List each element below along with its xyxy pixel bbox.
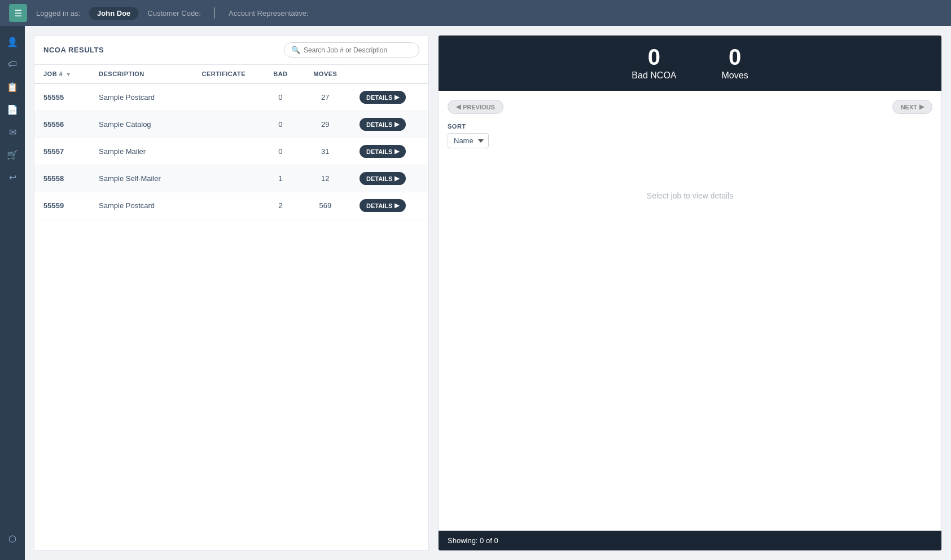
logged-in-label: Logged in as: (36, 9, 80, 17)
cell-description: Sample Mailer (90, 138, 186, 165)
select-job-text: Select job to view details (448, 191, 932, 200)
details-label: DETAILS (366, 121, 392, 128)
cell-action: DETAILS ▶ (350, 192, 428, 219)
cell-description: Sample Catalog (90, 111, 186, 138)
col-bad: BAD (261, 65, 300, 83)
sidebar-item-mail[interactable]: ✉ (2, 122, 23, 142)
details-button[interactable]: DETAILS ▶ (360, 172, 406, 185)
cell-bad: 0 (261, 111, 300, 138)
cell-job-num: 55555 (34, 83, 90, 111)
details-button[interactable]: DETAILS ▶ (360, 91, 406, 104)
details-label: DETAILS (366, 202, 392, 209)
cell-moves: 569 (300, 192, 350, 219)
col-job-num: JOB # ▼ (34, 65, 90, 83)
details-arrow-icon: ▶ (395, 148, 399, 155)
sidebar-item-bottom[interactable]: ⬡ (2, 528, 23, 549)
details-button[interactable]: DETAILS ▶ (360, 145, 406, 158)
details-button[interactable]: DETAILS ▶ (360, 118, 406, 131)
right-panel-body: ◀ PREVIOUS NEXT ▶ SORT Name Job # Date (439, 91, 941, 531)
cell-bad: 1 (261, 165, 300, 192)
cell-job-num: 55559 (34, 192, 90, 219)
stats-header: 0 Bad NCOA 0 Moves (439, 36, 941, 91)
next-button[interactable]: NEXT ▶ (892, 100, 932, 114)
sidebar-item-cart[interactable]: 🛒 (2, 144, 23, 165)
table-row: 55557 Sample Mailer 0 31 DETAILS ▶ (34, 138, 428, 165)
cell-moves: 29 (300, 111, 350, 138)
cell-description: Sample Postcard (90, 192, 186, 219)
details-label: DETAILS (366, 175, 392, 182)
panel-title: NCOA RESULTS (43, 46, 104, 54)
col-action (350, 65, 428, 83)
sidebar-item-document[interactable]: 📄 (2, 99, 23, 120)
prev-arrow-icon: ◀ (456, 103, 461, 111)
main-content: NCOA RESULTS 🔍 JOB # ▼ DESCRIPTION CERTI… (25, 26, 951, 560)
prev-label: PREVIOUS (463, 104, 495, 111)
customer-code-label: Customer Code: (147, 9, 201, 17)
details-button[interactable]: DETAILS ▶ (360, 199, 406, 212)
sidebar-bottom: ⬡ (2, 528, 23, 554)
table-row: 55558 Sample Self-Mailer 1 12 DETAILS ▶ (34, 165, 428, 192)
cell-action: DETAILS ▶ (350, 83, 428, 111)
bad-ncoa-value: 0 (632, 46, 676, 68)
cell-moves: 27 (300, 83, 350, 111)
cell-bad: 0 (261, 138, 300, 165)
search-icon: 🔍 (291, 46, 300, 54)
user-badge: John Doe (89, 7, 138, 20)
sort-label: SORT (448, 123, 932, 130)
sidebar: 👤 🏷 📋 📄 ✉ 🛒 ↩ ⬡ (0, 26, 25, 560)
nav-row: ◀ PREVIOUS NEXT ▶ (448, 100, 932, 114)
cell-action: DETAILS ▶ (350, 111, 428, 138)
cell-bad: 0 (261, 83, 300, 111)
next-label: NEXT (901, 104, 917, 111)
right-panel-footer: Showing: 0 of 0 (439, 531, 941, 550)
showing-text: Showing: 0 of 0 (448, 536, 498, 545)
header-divider (214, 7, 215, 19)
cell-description: Sample Postcard (90, 83, 186, 111)
cell-certificate (186, 165, 261, 192)
menu-button[interactable]: ☰ (9, 4, 27, 22)
cell-certificate (186, 192, 261, 219)
sidebar-item-tag[interactable]: 🏷 (2, 54, 23, 74)
cell-action: DETAILS ▶ (350, 165, 428, 192)
bad-ncoa-stat: 0 Bad NCOA (632, 46, 676, 81)
table-row: 55555 Sample Postcard 0 27 DETAILS ▶ (34, 83, 428, 111)
moves-label: Moves (722, 70, 748, 81)
details-label: DETAILS (366, 94, 392, 101)
top-header: ☰ Logged in as: John Doe Customer Code: … (0, 0, 951, 26)
account-rep-label: Account Representative: (229, 9, 309, 17)
cell-action: DETAILS ▶ (350, 138, 428, 165)
sidebar-item-return[interactable]: ↩ (2, 167, 23, 187)
next-arrow-icon: ▶ (919, 103, 924, 111)
col-description: DESCRIPTION (90, 65, 186, 83)
app-body: 👤 🏷 📋 📄 ✉ 🛒 ↩ ⬡ NCOA RESULTS 🔍 (0, 26, 951, 560)
results-table: JOB # ▼ DESCRIPTION CERTIFICATE BAD MOVE… (34, 65, 428, 219)
previous-button[interactable]: ◀ PREVIOUS (448, 100, 503, 114)
table-row: 55556 Sample Catalog 0 29 DETAILS ▶ (34, 111, 428, 138)
table-row: 55559 Sample Postcard 2 569 DETAILS ▶ (34, 192, 428, 219)
col-certificate: CERTIFICATE (186, 65, 261, 83)
cell-certificate (186, 83, 261, 111)
sidebar-item-user[interactable]: 👤 (2, 32, 23, 52)
cell-moves: 12 (300, 165, 350, 192)
table-header-row: JOB # ▼ DESCRIPTION CERTIFICATE BAD MOVE… (34, 65, 428, 83)
search-box: 🔍 (284, 42, 419, 58)
details-arrow-icon: ▶ (395, 121, 399, 128)
sort-icon: ▼ (66, 72, 71, 77)
col-moves: MOVES (300, 65, 350, 83)
cell-moves: 31 (300, 138, 350, 165)
bad-ncoa-label: Bad NCOA (632, 70, 676, 81)
sort-select[interactable]: Name Job # Date (448, 133, 489, 148)
cell-certificate (186, 111, 261, 138)
moves-stat: 0 Moves (722, 46, 748, 81)
sidebar-item-clipboard[interactable]: 📋 (2, 77, 23, 97)
moves-value: 0 (722, 46, 748, 68)
cell-job-num: 55557 (34, 138, 90, 165)
right-panel: 0 Bad NCOA 0 Moves ◀ PREVIOUS NEXT ▶ (438, 35, 942, 551)
sort-section: SORT Name Job # Date (448, 123, 932, 148)
left-panel: NCOA RESULTS 🔍 JOB # ▼ DESCRIPTION CERTI… (34, 35, 429, 551)
search-input[interactable] (304, 46, 412, 54)
details-arrow-icon: ▶ (395, 202, 399, 209)
cell-description: Sample Self-Mailer (90, 165, 186, 192)
details-arrow-icon: ▶ (395, 175, 399, 182)
details-arrow-icon: ▶ (395, 94, 399, 101)
